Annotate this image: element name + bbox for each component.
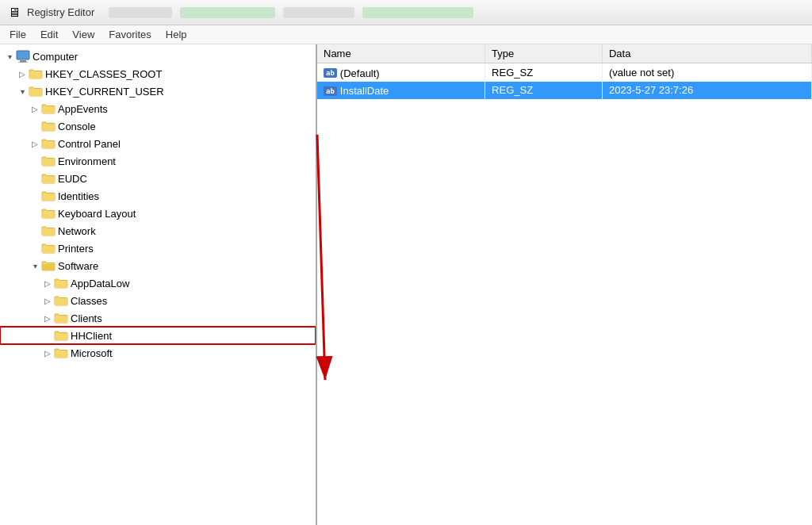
expand-icon-hkcr: ▷ — [16, 67, 29, 80]
tree-label-computer: Computer — [33, 51, 78, 63]
menu-edit[interactable]: Edit — [34, 27, 64, 42]
folder-icon-clients — [54, 312, 68, 324]
table-row-installdate[interactable]: ab InstallDate REG_SZ 2023-5-27 23:7:26 — [317, 82, 812, 100]
tree-item-hkcr[interactable]: ▷ HKEY_CLASSES_ROOT — [0, 65, 316, 82]
tree-label-microsoft: Microsoft — [71, 347, 113, 359]
col-type: Type — [485, 44, 603, 63]
tree-item-hkcu[interactable]: ▾ HKEY_CURRENT_USER — [0, 82, 316, 100]
row-type-installdate: REG_SZ — [485, 82, 603, 100]
svg-rect-2 — [18, 62, 28, 63]
tree-label-appevents: AppEvents — [58, 103, 108, 115]
tree-label-clients: Clients — [71, 312, 102, 324]
tree-item-appdatalow[interactable]: ▷ AppDataLow — [0, 274, 316, 292]
tree-label-printers: Printers — [58, 243, 94, 255]
folder-icon-hkcr — [29, 68, 43, 79]
folder-icon-classes — [54, 295, 68, 306]
tree-label-keyboardlayout: Keyboard Layout — [58, 208, 136, 220]
detail-pane: Name Type Data ab (Default) REG_SZ — [317, 44, 812, 525]
tree-label-software: Software — [58, 260, 98, 272]
folder-icon-appdatalow — [54, 278, 68, 289]
folder-icon-identities — [41, 190, 56, 201]
tree-label-hkcu: HKEY_CURRENT_USER — [45, 86, 164, 98]
tree-item-appevents[interactable]: ▷ AppEvents — [0, 100, 316, 117]
value-name-installdate: InstallDate — [340, 85, 389, 97]
row-name-default: ab (Default) — [317, 63, 485, 82]
detail-table: Name Type Data ab (Default) REG_SZ — [317, 44, 812, 99]
expand-icon-classes: ▷ — [41, 294, 54, 307]
tree-label-environment: Environment — [58, 155, 116, 167]
folder-icon-printers — [41, 243, 56, 254]
svg-rect-0 — [17, 51, 29, 59]
folder-icon-network — [41, 225, 56, 236]
reg-ab-icon-2: ab — [324, 86, 337, 96]
folder-icon-appevents — [41, 103, 56, 114]
menu-view[interactable]: View — [66, 27, 101, 42]
folder-icon-keyboardlayout — [41, 208, 56, 219]
folder-icon-software — [41, 260, 56, 271]
main-wrapper: ▾ Computer ▷ HKEY_CLASSES_ROOT — [0, 44, 812, 525]
tree-item-console[interactable]: Console — [0, 117, 316, 135]
expand-icon-controlpanel: ▷ — [29, 137, 41, 150]
menu-favorites[interactable]: Favorites — [102, 27, 157, 42]
tree-label-appdatalow: AppDataLow — [71, 278, 129, 289]
app-icon: 🖥 — [6, 5, 22, 21]
tree-pane: ▾ Computer ▷ HKEY_CLASSES_ROOT — [0, 44, 317, 525]
table-row[interactable]: ab (Default) REG_SZ (value not set) — [317, 63, 812, 82]
row-data-installdate: 2023-5-27 23:7:26 — [602, 82, 811, 100]
tree-label-hhclient: HHClient — [71, 330, 112, 342]
menu-file[interactable]: File — [3, 27, 33, 42]
reg-ab-icon: ab — [324, 68, 337, 78]
folder-icon-environment — [41, 155, 56, 167]
title-bar: 🖥 Registry Editor — [0, 0, 812, 25]
tree-item-keyboardlayout[interactable]: Keyboard Layout — [0, 205, 316, 222]
expand-icon-appdatalow: ▷ — [41, 277, 54, 289]
folder-icon-console — [41, 121, 56, 132]
col-data: Data — [602, 44, 811, 63]
col-name: Name — [317, 44, 485, 63]
menu-bar: File Edit View Favorites Help — [0, 25, 812, 44]
blurred-segment-4 — [362, 7, 473, 18]
expand-icon-computer: ▾ — [3, 50, 16, 63]
blurred-segment-2 — [180, 7, 275, 18]
folder-icon-hkcu — [29, 86, 43, 97]
tree-item-microsoft[interactable]: ▷ Microsoft — [0, 344, 316, 362]
blurred-segment-3 — [283, 7, 354, 18]
svg-rect-1 — [20, 60, 26, 62]
tree-item-environment[interactable]: Environment — [0, 152, 316, 170]
tree-item-computer[interactable]: ▾ Computer — [0, 48, 316, 65]
main-container: ▾ Computer ▷ HKEY_CLASSES_ROOT — [0, 44, 812, 525]
value-name-default: (Default) — [340, 67, 380, 79]
tree-item-software[interactable]: ▾ Software — [0, 257, 316, 274]
tree-label-eudc: EUDC — [58, 173, 87, 185]
tree-item-controlpanel[interactable]: ▷ Control Panel — [0, 135, 316, 152]
tree-label-controlpanel: Control Panel — [58, 138, 121, 150]
menu-help[interactable]: Help — [159, 27, 193, 42]
tree-label-network: Network — [58, 225, 96, 237]
folder-icon-eudc — [41, 173, 56, 184]
folder-icon-controlpanel — [41, 138, 56, 149]
tree-item-identities[interactable]: Identities — [0, 187, 316, 205]
expand-icon-microsoft: ▷ — [41, 347, 54, 359]
tree-item-printers[interactable]: Printers — [0, 240, 316, 257]
tree-label-console: Console — [58, 121, 96, 132]
tree-item-eudc[interactable]: EUDC — [0, 170, 316, 187]
expand-icon-clients: ▷ — [41, 312, 54, 324]
tree-item-network[interactable]: Network — [0, 222, 316, 240]
row-type-default: REG_SZ — [485, 63, 603, 82]
tree-item-clients[interactable]: ▷ Clients — [0, 309, 316, 327]
tree-item-hhclient[interactable]: HHClient — [0, 327, 316, 344]
tree-label-classes: Classes — [71, 295, 107, 307]
expand-icon-appevents: ▷ — [29, 102, 41, 115]
row-name-installdate: ab InstallDate — [317, 82, 485, 100]
app-title: Registry Editor — [27, 6, 94, 18]
tree-label-identities: Identities — [58, 190, 99, 202]
row-data-default: (value not set) — [602, 63, 811, 82]
computer-icon — [16, 50, 30, 63]
blurred-segment-1 — [109, 7, 172, 18]
expand-icon-software: ▾ — [29, 259, 41, 272]
folder-icon-microsoft — [54, 347, 68, 358]
expand-icon-hkcu: ▾ — [16, 85, 29, 98]
tree-label-hkcr: HKEY_CLASSES_ROOT — [45, 68, 162, 80]
folder-icon-hhclient — [54, 330, 68, 341]
tree-item-classes[interactable]: ▷ Classes — [0, 292, 316, 309]
